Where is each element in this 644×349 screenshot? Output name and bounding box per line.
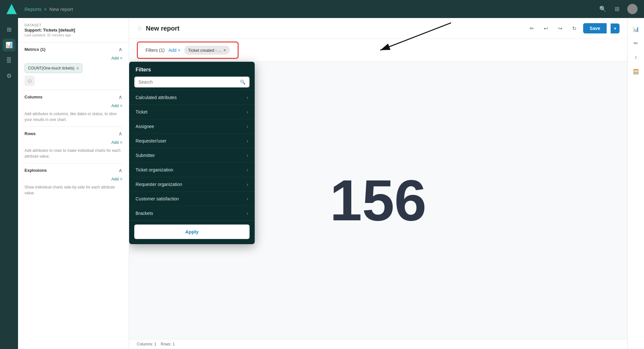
filter-menu-label-2: Assignee [136,124,154,129]
filters-search-box: 🔍 [134,77,250,87]
save-button[interactable]: Save [583,23,607,33]
breadcrumb-sep: > [44,6,47,12]
filter-menu-item-4[interactable]: Submitter› [129,148,255,162]
rows-header: Rows ∧ [24,131,122,137]
columns-add-link[interactable]: Add > [111,103,122,108]
metrics-add-link[interactable]: Add > [111,56,122,60]
app-logo [6,4,17,14]
filter-menu-item-6[interactable]: Requester organization› [129,177,255,191]
explosions-title: Explosions [24,168,47,173]
filter-menu-label-7: Customer satisfaction [136,196,179,201]
metrics-add-row: Add > [24,55,122,61]
edit-icon-btn[interactable]: ✏ [526,23,537,33]
sidebar-item-settings[interactable]: ⚙ [3,69,15,82]
dataset-label: Dataset [24,23,122,27]
filter-menu-label-4: Submitter [136,153,155,158]
filter-menu-label-1: Ticket [136,109,147,115]
filter-menu-item-3[interactable]: Requester/user› [129,133,255,148]
filter-chip-ticket-created[interactable]: Ticket created - ... × [184,46,230,55]
footer-rows: Rows: 1 [161,342,175,346]
report-footer: Columns: 1 Rows: 1 [129,339,627,349]
dataset-updated: Last updated: 32 minutes ago [24,33,122,37]
filter-menu-list: Calculated attributes›Ticket›Assignee›Re… [129,90,255,220]
columns-toggle[interactable]: ∧ [118,94,122,100]
metric-chip-close[interactable]: × [76,66,79,71]
redo-icon-btn[interactable]: ↪ [555,23,565,33]
explosions-add-row: Add > [24,176,122,182]
left-panel: Dataset Support: Tickets [default] Last … [18,18,129,349]
star-icon[interactable]: ☆ [137,24,143,32]
rows-section: Rows ∧ Add > Add attributes to rows to m… [18,127,129,163]
report-header: ☆ New report ✏ ↩ ↪ ↻ Save ▾ [129,18,627,39]
apply-btn-area: Apply [129,220,255,244]
metric-chip[interactable]: COUNT(One-touch tickets) × [24,63,82,73]
filter-menu-item-0[interactable]: Calculated attributes› [129,90,255,105]
filters-search-input[interactable] [138,79,237,85]
sidebar-item-home[interactable]: ⊞ [3,23,15,36]
explosions-toggle[interactable]: ∧ [118,167,122,173]
big-number-display: 156 [330,171,426,229]
chart-icon-btn[interactable]: 📊 [630,23,642,35]
breadcrumb: Reports > New report [24,6,73,12]
refresh-icon-btn[interactable]: ↻ [569,23,579,33]
filter-chevron-5: › [247,167,248,172]
filter-menu-item-1[interactable]: Ticket› [129,105,255,119]
sidebar-item-dashboard[interactable]: 📊 [3,39,15,51]
metrics-toggle[interactable]: ∧ [118,46,122,52]
top-nav: Reports > New report 🔍 ⊞ [0,0,644,18]
breadcrumb-reports[interactable]: Reports [24,6,42,12]
filters-bar-box: Filters (1) Add > Ticket created - ... × [137,41,239,59]
pencil-icon-btn[interactable]: ✏ [630,37,642,49]
search-icon[interactable]: 🔍 [599,5,607,13]
metrics-section: Metrics (1) ∧ Add > COUNT(One-touch tick… [18,42,129,90]
filters-add-link[interactable]: Add > [168,48,180,53]
filter-menu-label-6: Requester organization [136,182,182,187]
filter-chip-label: Ticket created - ... [188,48,222,53]
footer-columns: Columns: 1 [137,342,156,346]
top-nav-right: 🔍 ⊞ [599,4,638,14]
main-content: ☆ New report ✏ ↩ ↪ ↻ Save ▾ Filters (1) … [129,18,627,349]
metrics-header: Metrics (1) ∧ [24,46,122,52]
header-actions: ✏ ↩ ↪ ↻ Save ▾ [526,23,620,33]
filter-chevron-3: › [247,138,248,143]
filter-chevron-8: › [247,211,248,216]
rows-add-link[interactable]: Add > [111,140,122,145]
filter-menu-item-8[interactable]: Brackets› [129,206,255,220]
filter-chevron-6: › [247,182,248,187]
report-title-area: ☆ New report [137,24,523,32]
undo-icon-btn[interactable]: ↩ [541,23,551,33]
dataset-name: Support: Tickets [default] [24,28,122,32]
search-small-icon: 🔍 [240,79,245,85]
explosions-section: Explosions ∧ Add > Show individual chart… [18,163,129,200]
save-dropdown-button[interactable]: ▾ [611,23,620,33]
icon-sidebar: ⊞ 📊 🗄 ⚙ [0,18,18,349]
rows-toggle[interactable]: ∧ [118,131,122,137]
report-title: New report [146,25,179,32]
filter-menu-item-5[interactable]: Ticket organization› [129,162,255,177]
sidebar-item-data[interactable]: 🗄 [3,54,15,67]
breadcrumb-current: New report [49,6,73,12]
filter-menu-label-5: Ticket organization [136,167,173,172]
filter-chevron-0: › [247,95,248,100]
avatar[interactable] [627,4,638,14]
filters-dropdown: Filters 🔍 Calculated attributes›Ticket›A… [129,62,255,244]
calculator-icon-btn[interactable]: 🧮 [630,66,642,77]
dataset-info: Dataset Support: Tickets [default] Last … [18,23,129,42]
filter-chevron-4: › [247,153,248,158]
rows-add-row: Add > [24,139,122,145]
grid-icon[interactable]: ⊞ [613,5,621,13]
filter-menu-label-3: Requester/user [136,138,166,143]
sort-icon-btn[interactable]: ↕ [630,51,642,63]
columns-header: Columns ∧ [24,94,122,100]
metrics-title: Metrics (1) [24,47,45,52]
explosions-add-link[interactable]: Add > [111,177,122,181]
filters-area: Filters (1) Add > Ticket created - ... × [129,39,627,62]
filter-chevron-7: › [247,196,248,201]
filter-menu-item-7[interactable]: Customer satisfaction› [129,191,255,206]
filter-menu-item-2[interactable]: Assignee› [129,119,255,133]
filter-chip-close[interactable]: × [223,48,226,53]
filter-chevron-1: › [247,109,248,115]
report-canvas: 156 Filters 🔍 Calculated attributes›Tick… [129,62,627,339]
apply-button[interactable]: Apply [134,225,250,239]
explosions-hint: Show individual charts side-by-side for … [24,184,122,196]
